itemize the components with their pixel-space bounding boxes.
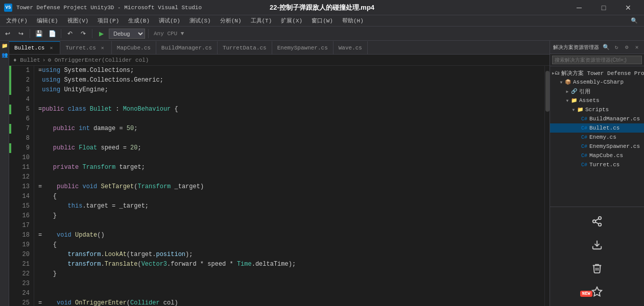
cs-file-icon-bullet: C#: [581, 124, 588, 132]
tab-enemyspawner-cs[interactable]: EnemySpawner.cs: [272, 41, 333, 54]
minimize-button[interactable]: ─: [567, 0, 591, 15]
tab-buildmanager-cs[interactable]: BuildManager.cs: [156, 41, 218, 54]
right-panel: 解决方案资源管理器 🔍 ↻ ⚙ ✕ ▶ 🗂 解决方案 Tower Defense…: [550, 41, 644, 306]
code-line-10: [38, 153, 540, 163]
tree-assembly[interactable]: ▼ 📦 Assembly-CSharp: [550, 78, 644, 87]
menu-test[interactable]: 测试(S): [185, 16, 215, 26]
code-line-6: [38, 114, 540, 124]
menu-file[interactable]: 文件(F): [2, 16, 32, 26]
trash-button[interactable]: [587, 258, 607, 278]
rp-settings-icon[interactable]: ⚙: [623, 43, 631, 52]
cs-file-icon-buildmanager: C#: [581, 115, 588, 122]
tab-label-turret: Turret.cs: [65, 45, 96, 51]
menu-window[interactable]: 窗口(W): [307, 16, 337, 26]
code-line-20: transform.LookAt(target.position);: [38, 250, 540, 260]
scripts-folder-icon: 📁: [577, 106, 584, 113]
action-buttons-panel: NEW: [550, 207, 644, 306]
tab-label-wave: Wave.cs: [339, 45, 362, 51]
tree-references[interactable]: ▶ 🔗 引用: [550, 87, 644, 96]
tab-turretdata-cs[interactable]: TurretData.cs: [218, 41, 272, 54]
rp-search-icon[interactable]: 🔍: [602, 43, 610, 52]
file-label-mapcube: MapCube.cs: [589, 152, 623, 159]
tree-file-mapcube[interactable]: C# MapCube.cs: [550, 151, 644, 160]
download-button[interactable]: [587, 235, 607, 255]
menu-edit[interactable]: 编辑(E): [33, 16, 62, 26]
code-line-18: = void Update(): [38, 231, 540, 240]
tree-assets[interactable]: ▼ 📁 Assets: [550, 96, 644, 105]
star-button[interactable]: NEW: [587, 282, 607, 302]
code-line-24: [38, 289, 540, 298]
tree-scripts[interactable]: ▼ 📁 Scripts: [550, 105, 644, 114]
tree-file-bullet[interactable]: C# Bullet.cs: [550, 123, 644, 133]
share-icon: [591, 216, 603, 227]
code-scrollbar[interactable]: [544, 66, 550, 306]
menu-build[interactable]: 生成(B): [124, 16, 154, 26]
assembly-label: Assembly-CSharp: [573, 79, 624, 85]
tab-turret-cs[interactable]: Turret.cs ✕: [60, 41, 111, 54]
cs-file-icon-mapcube: C#: [581, 152, 588, 159]
tree-solution[interactable]: ▶ 🗂 解决方案 Tower Defense Pro: [550, 68, 644, 78]
share-button[interactable]: [587, 211, 607, 232]
toolbar-undo[interactable]: ↶: [64, 28, 76, 39]
rp-refresh-icon[interactable]: ↻: [612, 43, 621, 52]
toolbar-back[interactable]: ↩: [2, 28, 13, 39]
scrollbar-thumb[interactable]: [545, 71, 550, 112]
file-label-buildmanager: BuildManager.cs: [589, 116, 640, 122]
toolbar-save[interactable]: 💾: [33, 28, 44, 39]
sidebar-team-icon[interactable]: 👥: [1, 52, 8, 59]
close-button[interactable]: ✕: [616, 0, 640, 15]
code-line-22: }: [38, 269, 540, 279]
sidebar-solution-icon[interactable]: 📁: [1, 43, 8, 50]
menu-analyze[interactable]: 分析(N): [216, 16, 246, 26]
tab-label-buildmanager: BuildManager.cs: [161, 45, 212, 51]
svg-line-4: [595, 219, 599, 221]
menu-debug[interactable]: 调试(D): [155, 16, 184, 26]
toolbar-sep2: [61, 29, 61, 38]
search-bar[interactable]: 🔍: [627, 17, 642, 24]
title-bar: VS Tower Defense Project Unity3D - Micro…: [0, 0, 644, 15]
menu-view[interactable]: 视图(V): [63, 16, 93, 26]
solution-search-input[interactable]: [552, 56, 642, 64]
code-line-19: {: [38, 240, 540, 250]
solution-label: 解决方案 Tower Defense Pro: [561, 69, 644, 77]
download-icon: [591, 239, 603, 250]
tab-mapcube-cs[interactable]: MapCube.cs: [112, 41, 156, 54]
solution-icon: 🗂: [555, 69, 560, 76]
tab-bullet-cs[interactable]: Bullet.cs ✕: [9, 41, 60, 54]
tree-file-enemyspawner[interactable]: C# EnemySpawner.cs: [550, 142, 644, 151]
tab-wave-cs[interactable]: Wave.cs: [333, 41, 368, 54]
tab-close-turret[interactable]: ✕: [99, 44, 106, 52]
svg-point-2: [599, 223, 602, 226]
svg-marker-6: [592, 287, 602, 296]
code-line-11: private Transform target;: [38, 163, 540, 172]
references-expand-icon: ▶: [564, 88, 570, 94]
tab-label-turretdata: TurretData.cs: [223, 45, 267, 51]
toolbar-sep4: [148, 29, 149, 38]
code-content[interactable]: =using System.Collections; using System.…: [34, 66, 544, 306]
scripts-expand-icon: ▼: [570, 107, 577, 113]
toolbar-forward[interactable]: ↪: [15, 28, 27, 39]
tree-file-turret[interactable]: C# Turret.cs: [550, 160, 644, 169]
debug-config-select[interactable]: Debug Release: [109, 29, 145, 39]
tree-file-buildmanager[interactable]: C# BuildManager.cs: [550, 114, 644, 123]
tree-file-enemy[interactable]: C# Enemy.cs: [550, 133, 644, 142]
menu-tools[interactable]: 工具(T): [247, 16, 276, 26]
toolbar-new[interactable]: 📄: [46, 28, 58, 39]
toolbar-start-debug[interactable]: ▶: [96, 28, 107, 39]
new-badge: NEW: [580, 291, 592, 297]
main-layout: 📁 👥 Bullet.cs ✕ Turret.cs ✕ MapCube.cs B…: [0, 41, 644, 306]
menu-help[interactable]: 帮助(H): [338, 16, 368, 26]
file-label-enemy: Enemy.cs: [589, 134, 616, 140]
tab-bar: Bullet.cs ✕ Turret.cs ✕ MapCube.cs Build…: [9, 41, 550, 55]
rp-close-icon[interactable]: ✕: [633, 43, 641, 52]
toolbar-redo[interactable]: ↷: [78, 28, 89, 39]
code-line-7: public int damage = 50;: [38, 124, 540, 134]
menu-extensions[interactable]: 扩展(X): [277, 16, 306, 26]
maximize-button[interactable]: □: [592, 0, 615, 15]
menu-project[interactable]: 项目(P): [93, 16, 123, 26]
assets-label: Assets: [579, 97, 600, 104]
solution-explorer-title: 解决方案资源管理器: [553, 44, 599, 51]
assets-folder-icon: 📁: [570, 97, 578, 104]
code-line-15: this.target = _target;: [38, 201, 540, 211]
tab-close-bullet[interactable]: ✕: [47, 44, 55, 52]
